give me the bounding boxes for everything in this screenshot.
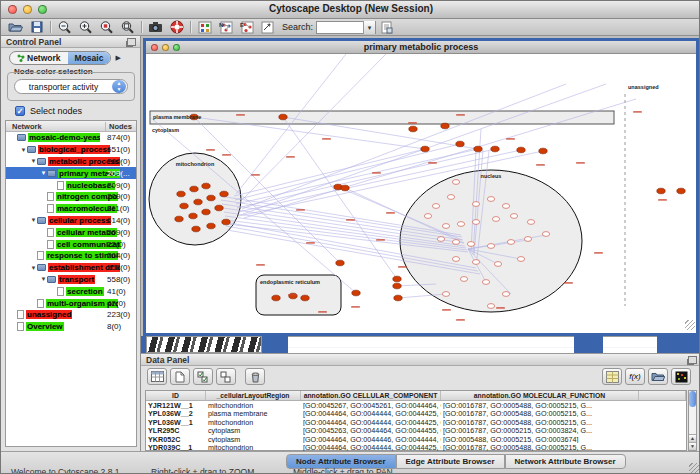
node[interactable]: [207, 223, 215, 229]
node[interactable]: [677, 188, 685, 194]
node[interactable]: [279, 114, 287, 120]
background-window-fragment[interactable]: [146, 336, 262, 353]
background-window-fragment[interactable]: [288, 336, 574, 353]
node[interactable]: [202, 209, 210, 215]
tree-row[interactable]: cellular metabo209(0): [6, 226, 136, 238]
node[interactable]: [539, 148, 547, 154]
tree-row[interactable]: Overview8(0): [6, 321, 136, 333]
new-attribute-button[interactable]: [170, 368, 190, 385]
float-data-panel-icon[interactable]: [688, 356, 697, 364]
tree-row[interactable]: ▼biological_process651(0): [6, 144, 136, 156]
node[interactable]: [447, 195, 454, 200]
node[interactable]: [467, 242, 474, 247]
node[interactable]: [452, 257, 459, 262]
expand-arrow-icon[interactable]: ▼: [20, 147, 27, 153]
network-annotation-button[interactable]: N: [215, 20, 236, 35]
node[interactable]: [460, 277, 467, 282]
node[interactable]: [452, 180, 459, 185]
node[interactable]: [527, 220, 534, 225]
background-window-fragment[interactable]: [262, 336, 288, 353]
background-window-fragment[interactable]: [574, 336, 603, 353]
view-resize-grip[interactable]: [685, 320, 695, 330]
scroll-up-button[interactable]: ▲: [689, 434, 696, 442]
search-input[interactable]: [317, 22, 363, 33]
node[interactable]: [517, 147, 525, 153]
table-row[interactable]: YJR121W__1mitochondrion[GO:0045267, GO:0…: [146, 401, 686, 409]
col-molecular-function[interactable]: annotation.GO MOLECULAR_FUNCTION: [441, 391, 639, 400]
table-row[interactable]: YKR052Ccytoplasm[GO:0044464, GO:0044446,…: [146, 435, 686, 443]
node[interactable]: [452, 240, 459, 245]
node[interactable]: [437, 237, 444, 242]
col-cellular-component[interactable]: annotation.GO CELLULAR_COMPONENT: [301, 391, 441, 400]
node[interactable]: [456, 141, 464, 147]
region-plasma-membrane[interactable]: [150, 111, 614, 124]
select-attributes-button[interactable]: [193, 368, 213, 385]
col-id[interactable]: ID: [146, 391, 206, 400]
help-button[interactable]: [166, 20, 187, 35]
node[interactable]: [502, 204, 509, 209]
tab-network-attribute-browser[interactable]: Network Attribute Browser: [505, 454, 626, 469]
open-button[interactable]: [5, 20, 26, 35]
node-color-select[interactable]: transporter activity ▲▼: [14, 79, 128, 94]
node[interactable]: [472, 220, 479, 225]
network-canvas[interactable]: plasma membranecytoplasmmitochondrionnuc…: [146, 54, 696, 331]
col-region[interactable]: _cellularLayoutRegion: [206, 391, 301, 400]
tree-row[interactable]: cell communicat22(0): [6, 238, 136, 250]
zoom-in-button[interactable]: [75, 20, 96, 35]
node[interactable]: [524, 237, 531, 242]
node[interactable]: [472, 202, 479, 207]
node-attributes-button[interactable]: [194, 20, 215, 35]
node[interactable]: [393, 283, 401, 289]
node[interactable]: [220, 191, 228, 197]
matrix-button[interactable]: [671, 368, 691, 385]
node[interactable]: [177, 191, 185, 197]
edge[interactable]: [234, 149, 425, 196]
node[interactable]: [502, 292, 509, 297]
node[interactable]: [175, 216, 183, 222]
node[interactable]: [432, 204, 439, 209]
node[interactable]: [394, 295, 402, 301]
window-resize-grip[interactable]: [689, 463, 699, 473]
vizmapper-button[interactable]: [257, 20, 278, 35]
tab-edge-attribute-browser[interactable]: Edge Attribute Browser: [396, 454, 505, 469]
tab-mosaic[interactable]: Mosaic: [68, 52, 111, 64]
import-table-button[interactable]: [648, 368, 668, 385]
node[interactable]: [491, 146, 499, 152]
node[interactable]: [207, 195, 215, 201]
delete-attribute-button[interactable]: [245, 368, 265, 385]
table-scrollbar-thumb[interactable]: [689, 391, 696, 407]
node[interactable]: [393, 276, 401, 282]
table-row[interactable]: YLR295Ccytoplasm[GO:0045263, GO:0044464,…: [146, 426, 686, 434]
node[interactable]: [657, 188, 665, 194]
tree-row[interactable]: mosaic-demo-yeast874(0): [6, 132, 136, 144]
tab-network[interactable]: Network: [10, 52, 68, 64]
zoom-out-button[interactable]: [54, 20, 75, 35]
node[interactable]: [542, 232, 549, 237]
node[interactable]: [441, 123, 449, 129]
node[interactable]: [442, 292, 449, 297]
node[interactable]: [494, 262, 501, 267]
tree-row[interactable]: unassigned223(0): [6, 309, 136, 321]
expand-arrow-icon[interactable]: ▼: [30, 217, 37, 223]
background-window-fragment[interactable]: [657, 336, 700, 353]
tree-row[interactable]: nucleobase-209(0): [6, 179, 136, 191]
node[interactable]: [272, 295, 280, 301]
tree-row[interactable]: ▼cellular process614(0): [6, 215, 136, 227]
unselect-attributes-button[interactable]: [216, 368, 236, 385]
node[interactable]: [482, 280, 489, 285]
save-button[interactable]: [26, 20, 47, 35]
node[interactable]: [180, 203, 188, 209]
node[interactable]: [517, 257, 524, 262]
node[interactable]: [336, 260, 344, 266]
node[interactable]: [510, 214, 517, 219]
node[interactable]: [487, 244, 494, 249]
background-window-fragment[interactable]: [603, 336, 657, 353]
scroll-down-button[interactable]: ▼: [689, 442, 696, 450]
search-dropdown-arrow[interactable]: ▾: [363, 21, 375, 34]
expand-arrow-icon[interactable]: ▼: [40, 276, 47, 282]
edge[interactable]: [240, 54, 386, 202]
table-row[interactable]: YPL036W__1mitochondrion[GO:0044464, GO:0…: [146, 418, 686, 426]
node[interactable]: [409, 126, 417, 132]
tree-row[interactable]: multi-organism pro42(0): [6, 297, 136, 309]
tree-row[interactable]: macromolecule311(0): [6, 203, 136, 215]
